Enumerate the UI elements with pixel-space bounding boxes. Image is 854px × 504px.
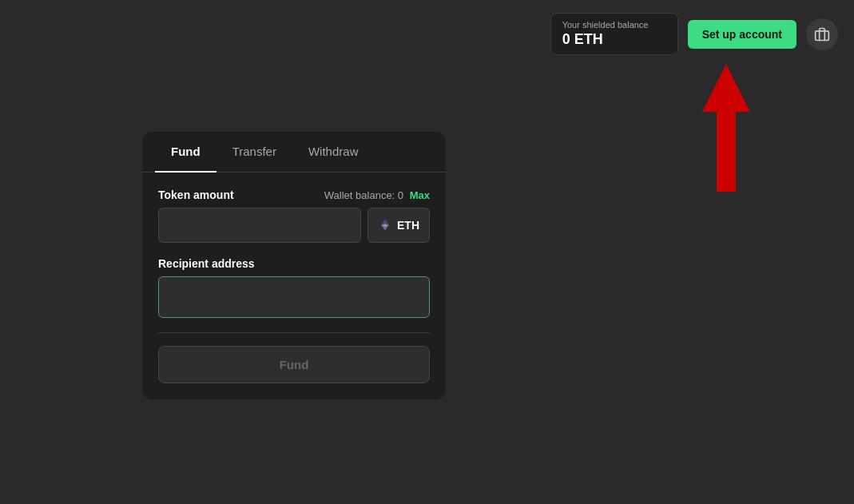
tab-withdraw[interactable]: Withdraw	[292, 132, 375, 173]
balance-label: Your shielded balance	[562, 20, 649, 30]
setup-account-button[interactable]: Set up account	[688, 20, 796, 49]
token-symbol: ETH	[397, 219, 419, 232]
main-card: Fund Transfer Withdraw Token amount Wall…	[142, 132, 446, 399]
tab-transfer[interactable]: Transfer	[216, 132, 292, 173]
balance-box: Your shielded balance 0 ETH	[550, 13, 678, 55]
balance-value: 0 ETH	[562, 31, 603, 48]
card-body: Token amount Wallet balance: 0 Max	[142, 173, 446, 399]
divider	[158, 332, 430, 333]
fund-button[interactable]: Fund	[158, 346, 430, 383]
recipient-address-input[interactable]	[158, 276, 430, 318]
tabs-container: Fund Transfer Withdraw	[142, 132, 446, 173]
token-badge: ETH	[367, 208, 430, 243]
svg-rect-0	[816, 30, 829, 40]
token-amount-header: Token amount Wallet balance: 0 Max	[158, 189, 430, 201]
wallet-balance-text: Wallet balance: 0 Max	[324, 189, 430, 201]
wallet-icon	[814, 26, 830, 42]
max-button[interactable]: Max	[410, 189, 430, 201]
tab-fund[interactable]: Fund	[155, 132, 216, 173]
eth-icon	[378, 218, 392, 232]
token-amount-group: Token amount Wallet balance: 0 Max	[158, 189, 430, 243]
recipient-address-header: Recipient address	[158, 257, 430, 270]
header: Your shielded balance 0 ETH Set up accou…	[534, 0, 854, 68]
wallet-icon-button[interactable]	[806, 18, 838, 50]
recipient-address-group: Recipient address	[158, 257, 430, 318]
token-amount-input[interactable]	[158, 208, 361, 243]
recipient-address-label: Recipient address	[158, 257, 255, 270]
svg-marker-1	[702, 64, 750, 192]
arrow-annotation	[694, 64, 758, 192]
token-amount-label: Token amount	[158, 189, 234, 201]
token-input-row: ETH	[158, 208, 430, 243]
